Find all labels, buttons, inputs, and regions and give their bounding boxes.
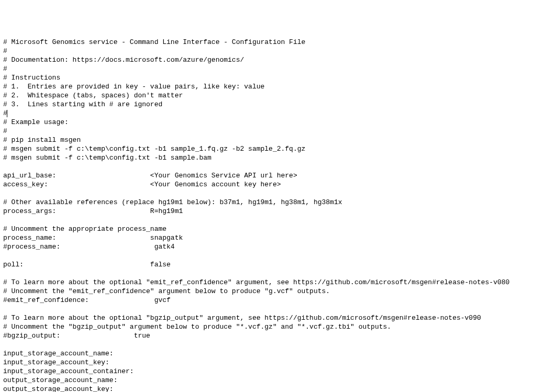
config-line bbox=[3, 251, 531, 260]
config-line: # Uncomment the "bgzip_output" argument … bbox=[3, 322, 531, 331]
config-line: # bbox=[3, 127, 531, 136]
config-line: #process_name: gatk4 bbox=[3, 242, 531, 251]
config-line: input_storage_account_key: bbox=[3, 358, 531, 367]
config-line: # msgen submit -f c:\temp\config.txt -b1… bbox=[3, 153, 531, 162]
config-line: access_key: <Your Genomics account key h… bbox=[3, 180, 531, 189]
config-line: # 2. Whitespace (tabs, spaces) don't mat… bbox=[3, 91, 531, 100]
config-line: output_storage_account_name: bbox=[3, 376, 531, 385]
config-line bbox=[3, 269, 531, 278]
config-line: #emit_ref_confidence: gvcf bbox=[3, 296, 531, 305]
config-line: #bgzip_output: true bbox=[3, 331, 531, 340]
config-line bbox=[3, 216, 531, 225]
config-line: output_storage_account_key: bbox=[3, 385, 531, 392]
config-line bbox=[3, 189, 531, 198]
config-line: input_storage_account_container: bbox=[3, 367, 531, 376]
config-line: # msgen submit -f c:\temp\config.txt -b1… bbox=[3, 144, 531, 153]
config-line: # Microsoft Genomics service - Command L… bbox=[3, 38, 531, 47]
text-cursor bbox=[7, 110, 7, 117]
config-file-text: # Microsoft Genomics service - Command L… bbox=[3, 38, 531, 392]
config-line bbox=[3, 340, 531, 349]
config-line: input_storage_account_name: bbox=[3, 349, 531, 358]
config-line: api_url_base: <Your Genomics Service API… bbox=[3, 171, 531, 180]
config-line: # bbox=[3, 109, 531, 118]
config-line: # 3. Lines starting with # are ignored bbox=[3, 100, 531, 109]
config-line: # Uncomment the "emit_ref_confidence" ar… bbox=[3, 287, 531, 296]
config-line: process_name: snapgatk bbox=[3, 233, 531, 242]
config-line: # bbox=[3, 64, 531, 73]
config-line: # Other available references (replace hg… bbox=[3, 198, 531, 207]
config-line: # Instructions bbox=[3, 73, 531, 82]
config-line: # pip install msgen bbox=[3, 136, 531, 144]
config-line bbox=[3, 162, 531, 171]
config-line: # 1. Entries are provided in key - value… bbox=[3, 82, 531, 91]
config-line: # To learn more about the optional "bgzi… bbox=[3, 313, 531, 322]
config-line: # Documentation: https://docs.microsoft.… bbox=[3, 55, 531, 64]
config-line: # bbox=[3, 47, 531, 55]
config-line: poll: false bbox=[3, 260, 531, 269]
config-line: # Example usage: bbox=[3, 118, 531, 127]
config-line: process_args: R=hg19m1 bbox=[3, 207, 531, 216]
config-line: # Uncomment the appropriate process_name bbox=[3, 225, 531, 233]
config-line bbox=[3, 305, 531, 313]
config-line: # To learn more about the optional "emit… bbox=[3, 278, 531, 287]
